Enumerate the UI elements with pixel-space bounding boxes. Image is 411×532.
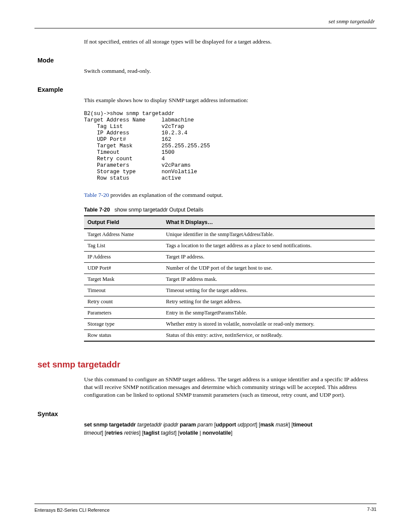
table-cell-field: UDP Port# [84, 262, 162, 274]
table-cell-desc: Status of this entry: active, notInServi… [162, 330, 375, 341]
example-heading: Example [37, 86, 375, 93]
syntax-arg: retries [124, 430, 139, 436]
output-table: Output Field What It Displays… Target Ad… [84, 215, 375, 342]
syntax-keyword: volatile [180, 430, 200, 436]
syntax-arg: mask [276, 422, 289, 428]
mode-text: Switch command, read-only. [84, 67, 375, 75]
set-snmp-desc: Use this command to configure an SNMP ta… [84, 376, 375, 399]
table-cell-desc: Entry in the snmpTargetParamsTable. [162, 307, 375, 318]
table-cell-field: Tag List [84, 240, 162, 251]
syntax-keyword: timeout [293, 422, 312, 428]
page-footer: 7-31 Enterasys B2-Series CLI Reference [34, 504, 377, 513]
syntax-block: set snmp targetaddr targetaddr ipaddr pa… [84, 421, 375, 438]
table-cell-field: Parameters [84, 307, 162, 318]
table-cell-desc: Retry setting for the target address. [162, 296, 375, 307]
table-row: UDP Port#Number of the UDP port of the t… [84, 262, 375, 274]
syntax-arg: taglist [161, 430, 175, 436]
set-snmp-heading: set snmp targetaddr [37, 360, 375, 370]
table-cell-desc: Unique identifier in the snmpTargetAddre… [162, 229, 375, 240]
mode-heading: Mode [37, 57, 375, 64]
example-after: Table 7-20 provides an explanation of th… [84, 191, 375, 199]
table-ref-link[interactable]: Table 7-20 [84, 192, 109, 198]
table-cell-desc: Whether entry is stored in volatile, non… [162, 318, 375, 330]
syntax-text: ] [ [256, 422, 260, 428]
table-cell-desc: Tags a location to the target address as… [162, 240, 375, 251]
syntax-keyword: udpport [216, 422, 238, 428]
table-cell-desc: Number of the UDP port of the target hos… [162, 262, 375, 274]
syntax-keyword: set snmp targetaddr [84, 422, 137, 428]
table-row: Row statusStatus of this entry: active, … [84, 330, 375, 341]
syntax-keyword: nonvolatile [202, 430, 231, 436]
footer-left: Enterasys B2-Series CLI Reference [34, 507, 109, 513]
example-text: This example shows how to display SNMP t… [84, 96, 375, 104]
header-section-title: set snmp targetaddr [329, 18, 375, 25]
example-after-text: provides an explanation of the command o… [109, 192, 223, 198]
syntax-keyword: mask [260, 422, 275, 428]
table-cell-desc: Timeout setting for the target address. [162, 285, 375, 296]
syntax-text: ] [ [102, 430, 106, 436]
syntax-text: ] [ [289, 422, 293, 428]
defaults-text: If not specified, entries of all storage… [84, 38, 375, 46]
table-cell-desc: Target IP address. [162, 251, 375, 262]
example-code: B2(su)->show snmp targetaddr Target Addr… [84, 111, 375, 182]
syntax-text: | [199, 430, 202, 436]
syntax-keyword: param [180, 422, 197, 428]
header-rule [34, 28, 377, 28]
table-cell-field: Row status [84, 330, 162, 341]
syntax-arg: timeout [84, 430, 102, 436]
table-row: Tag ListTags a location to the target ad… [84, 240, 375, 251]
table-cell-field: Storage type [84, 318, 162, 330]
syntax-arg: targetaddr ipaddr [137, 422, 180, 428]
table-row: IP AddressTarget IP address. [84, 251, 375, 262]
table-title-number: Table 7-20 [84, 207, 110, 213]
syntax-arg: udpport [237, 422, 255, 428]
table-title-text: show snmp targetaddr Output Details [115, 207, 203, 213]
table-row: Target MaskTarget IP address mask. [84, 274, 375, 285]
syntax-text: ] [231, 430, 232, 436]
syntax-text: ] [ [175, 430, 179, 436]
table-cell-field: Timeout [84, 285, 162, 296]
syntax-keyword: retries [106, 430, 124, 436]
table-cell-desc: Target IP address mask. [162, 274, 375, 285]
table-row: TimeoutTimeout setting for the target ad… [84, 285, 375, 296]
syntax-heading: Syntax [37, 411, 375, 417]
table-row: ParametersEntry in the snmpTargetParamsT… [84, 307, 375, 318]
table-title: Table 7-20 show snmp targetaddr Output D… [84, 207, 375, 213]
table-row: Retry countRetry setting for the target … [84, 296, 375, 307]
syntax-arg: param [197, 422, 214, 428]
page-number: 7-31 [367, 507, 377, 512]
table-row: Storage typeWhether entry is stored in v… [84, 318, 375, 330]
table-cell-field: Retry count [84, 296, 162, 307]
table-row: Target Address NameUnique identifier in … [84, 229, 375, 240]
syntax-text: ] [ [139, 430, 143, 436]
table-head-desc: What It Displays… [162, 216, 375, 229]
table-cell-field: Target Mask [84, 274, 162, 285]
table-cell-field: IP Address [84, 251, 162, 262]
table-cell-field: Target Address Name [84, 229, 162, 240]
table-head-field: Output Field [84, 216, 162, 229]
syntax-keyword: taglist [143, 430, 161, 436]
